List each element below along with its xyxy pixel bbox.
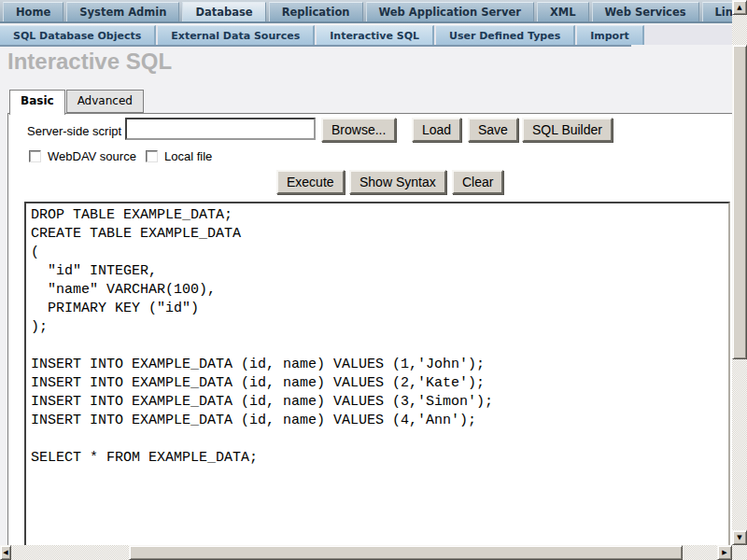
scroll-down-button[interactable]: ▼ — [732, 530, 747, 545]
secondary-nav-underline — [0, 45, 631, 47]
primary-nav-tab-database[interactable]: Database — [182, 2, 265, 21]
save-button[interactable]: Save — [468, 118, 518, 142]
server-side-script-label: Server-side script — [27, 124, 121, 138]
primary-nav-tab-web-services[interactable]: Web Services — [592, 2, 699, 21]
vertical-scroll-thumb[interactable] — [732, 45, 747, 359]
view-tab-advanced[interactable]: Advanced — [66, 90, 144, 113]
sql-builder-button[interactable]: SQL Builder — [522, 118, 613, 142]
local-file-label: Local file — [164, 149, 212, 163]
primary-nav-tab-web-application-server[interactable]: Web Application Server — [366, 2, 534, 21]
primary-nav-tab-xml[interactable]: XML — [537, 2, 589, 21]
primary-nav-tab-linked-data[interactable]: Linked Data — [702, 2, 732, 21]
secondary-nav-tab-label: External Data Sources — [171, 30, 300, 42]
scroll-right-icon: ▶ — [722, 549, 726, 556]
secondary-nav-tab-label: Interactive SQL — [330, 30, 419, 42]
primary-nav-tab-label: Replication — [282, 6, 350, 19]
secondary-nav-tab-label: Import — [590, 30, 629, 42]
secondary-nav-tab-interactive-sql[interactable]: Interactive SQL — [317, 25, 434, 45]
webdav-source-label: WebDAV source — [48, 149, 136, 163]
primary-nav-tab-system-admin[interactable]: System Admin — [66, 2, 179, 21]
content-viewport: Home System Admin Database Replication W… — [0, 0, 732, 545]
primary-nav-tab-home[interactable]: Home — [3, 2, 63, 21]
browser-page: Home System Admin Database Replication W… — [0, 0, 747, 560]
primary-nav-tab-label: XML — [550, 6, 576, 19]
scroll-left-icon: ◀ — [3, 549, 7, 556]
primary-nav-tab-label: System Admin — [79, 6, 166, 19]
clear-button[interactable]: Clear — [452, 170, 503, 194]
secondary-nav-tab-user-defined-types[interactable]: User Defined Types — [436, 25, 575, 45]
local-file-checkbox[interactable] — [146, 150, 158, 162]
scroll-right-button[interactable]: ▶ — [717, 545, 732, 560]
primary-nav: Home System Admin Database Replication W… — [0, 0, 732, 23]
scroll-left-button[interactable]: ◀ — [0, 545, 11, 560]
primary-nav-tab-label: Database — [195, 6, 252, 19]
secondary-nav-tab-sql-database-objects[interactable]: SQL Database Objects — [0, 25, 156, 45]
vertical-scrollbar[interactable]: ▲ ▼ — [732, 0, 747, 545]
scroll-down-icon: ▼ — [737, 534, 741, 541]
basic-tab-panel: Server-side script Browse... Load Save S… — [7, 113, 732, 545]
sql-editor-textarea[interactable]: DROP TABLE EXAMPLE_DATA; CREATE TABLE EX… — [24, 202, 730, 545]
secondary-nav-tab-external-data-sources[interactable]: External Data Sources — [158, 25, 315, 45]
horizontal-scrollbar[interactable]: ◀ ▶ — [0, 545, 732, 560]
scroll-up-button[interactable]: ▲ — [732, 0, 747, 15]
execute-button[interactable]: Execute — [276, 170, 345, 194]
server-side-script-input[interactable] — [125, 118, 316, 140]
webdav-source-checkbox[interactable] — [29, 150, 41, 162]
primary-nav-tab-label: Linked Data — [715, 6, 732, 19]
secondary-nav-tab-import[interactable]: Import — [577, 25, 644, 45]
view-tab-label: Advanced — [78, 94, 133, 107]
view-tabs: Basic Advanced — [9, 90, 145, 115]
secondary-nav-tab-label: SQL Database Objects — [13, 30, 141, 42]
scroll-up-icon: ▲ — [737, 4, 741, 11]
view-tab-basic[interactable]: Basic — [9, 90, 65, 115]
load-button[interactable]: Load — [412, 118, 461, 142]
browse-button[interactable]: Browse... — [321, 118, 396, 142]
scrollbar-corner — [732, 545, 747, 560]
primary-nav-tab-label: Home — [16, 6, 50, 19]
view-tab-label: Basic — [21, 94, 54, 107]
show-syntax-button[interactable]: Show Syntax — [349, 170, 446, 194]
secondary-nav: SQL Database Objects External Data Sourc… — [0, 25, 732, 45]
primary-nav-tab-label: Web Application Server — [379, 6, 521, 19]
secondary-nav-tab-label: User Defined Types — [449, 30, 560, 42]
primary-nav-tab-label: Web Services — [605, 6, 686, 19]
horizontal-scroll-thumb[interactable] — [129, 545, 683, 560]
primary-nav-tab-replication[interactable]: Replication — [269, 2, 363, 21]
page-title: Interactive SQL — [7, 49, 172, 75]
